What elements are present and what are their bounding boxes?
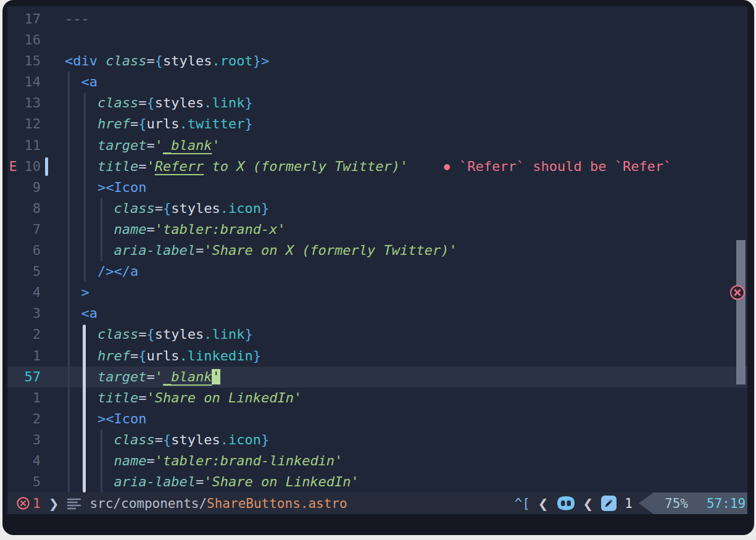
code-line[interactable]: 1 href={urls.linkedin} (7, 346, 747, 367)
line-number[interactable]: 1 (19, 346, 41, 367)
marker-column (41, 156, 65, 177)
code-line[interactable]: 15<div class={styles.root}> (7, 51, 747, 72)
sign-column (7, 198, 19, 219)
sign-column (7, 388, 19, 409)
line-number[interactable]: 4 (19, 451, 41, 471)
code-line[interactable]: E10 title='Referr to X (formerly Twitter… (7, 156, 747, 177)
powerline-segment: 75% 57:19 (639, 492, 747, 514)
code-line[interactable]: 57 target='_blank' (7, 367, 747, 388)
code-line[interactable]: 1 title='Share on LinkedIn' (7, 388, 747, 409)
line-number[interactable]: 5 (19, 261, 41, 282)
code-token: = (138, 390, 146, 405)
code-token: 'Share on LinkedIn' (204, 474, 359, 489)
code-token: = (138, 95, 146, 110)
code-text: ><Icon (65, 177, 146, 198)
line-number[interactable]: 4 (19, 282, 41, 303)
code-text: ><Icon (65, 409, 146, 430)
code-text: <div class={styles.root}> (65, 51, 269, 72)
code-line[interactable]: 4 > (7, 282, 747, 303)
code-token: aria-label (114, 474, 195, 489)
code-token: = (155, 201, 163, 216)
error-sign: E (7, 156, 19, 177)
code-token: class (106, 53, 146, 69)
marker-column (41, 261, 65, 282)
code-line[interactable]: 8 class={styles.icon} (7, 198, 747, 219)
line-number[interactable]: 7 (19, 219, 41, 240)
scrollbar-thumb[interactable] (736, 240, 746, 384)
code-token: ' (212, 138, 220, 153)
code-line[interactable]: 14 <a (7, 72, 747, 93)
line-number[interactable]: 11 (19, 135, 41, 156)
code-line[interactable]: 9 ><Icon (7, 177, 747, 198)
marker-column (41, 135, 65, 156)
cursor-position: 57:19 (707, 496, 746, 511)
marker-column (41, 219, 65, 240)
error-count-badge: 1 (16, 496, 41, 511)
code-text: /></a (65, 261, 138, 282)
marker-column (41, 430, 65, 451)
sign-column (7, 367, 19, 388)
code-token: class (114, 201, 154, 216)
code-line[interactable]: 7 name='tabler:brand-x' (7, 219, 747, 240)
line-number[interactable]: 14 (19, 72, 41, 93)
line-number[interactable]: 3 (19, 430, 41, 451)
code-line[interactable]: 12 href={urls.twitter} (7, 114, 747, 135)
edit-badge (601, 496, 617, 511)
code-token: styles (155, 95, 204, 110)
code-token: title (98, 159, 138, 174)
line-number[interactable]: 15 (19, 51, 41, 72)
code-line[interactable]: 17--- (7, 9, 747, 30)
line-number[interactable]: 10 (19, 156, 41, 177)
indent-guide (84, 93, 86, 282)
code-line[interactable]: 16 (7, 30, 747, 51)
code-line[interactable]: 5 /></a (7, 261, 747, 282)
code-token: ><Icon (98, 411, 146, 426)
file-name: ShareButtons.astro (207, 496, 347, 511)
sign-column (7, 30, 19, 51)
code-token: ' (400, 159, 408, 174)
code-line[interactable]: 6 aria-label='Share on X (formerly Twitt… (7, 240, 747, 261)
sign-column (7, 9, 19, 30)
code-line[interactable]: 3 class={styles.icon} (7, 430, 747, 451)
code-token: = (138, 159, 146, 174)
code-line[interactable]: 5 aria-label='Share on LinkedIn' (7, 471, 747, 492)
marker-column (41, 324, 65, 345)
marker-column (41, 388, 65, 409)
line-number[interactable]: 5 (19, 471, 41, 492)
line-number[interactable]: 9 (19, 177, 41, 198)
line-number[interactable]: 16 (19, 30, 41, 51)
line-number[interactable]: 2 (19, 324, 41, 345)
line-number[interactable]: 17 (19, 9, 41, 30)
code-token: { (146, 95, 154, 110)
code-token: } (244, 116, 252, 131)
sign-column (7, 430, 19, 451)
line-number[interactable]: 6 (19, 240, 41, 261)
code-line[interactable]: 11 target='_blank' (7, 135, 747, 156)
code-token: { (146, 326, 154, 342)
line-number[interactable]: 12 (19, 114, 41, 135)
code-editor[interactable]: 17---1615<div class={styles.root}>14 <a1… (7, 6, 747, 514)
code-token: <a (81, 74, 98, 89)
code-token: } (261, 201, 269, 216)
code-line[interactable]: 2 class={styles.link} (7, 324, 747, 345)
line-number[interactable]: 2 (19, 409, 41, 430)
code-text: class={styles.link} (65, 93, 253, 114)
code-token: = (155, 432, 163, 447)
line-number[interactable]: 3 (19, 303, 41, 324)
code-line[interactable]: 13 class={styles.link} (7, 93, 747, 114)
code-token: > (261, 53, 269, 69)
code-line[interactable]: 4 name='tabler:brand-linkedin' (7, 451, 747, 471)
error-circle-icon (16, 496, 30, 510)
code-line[interactable]: 2 ><Icon (7, 409, 747, 430)
line-number[interactable]: 1 (19, 388, 41, 409)
line-number[interactable]: 13 (19, 93, 41, 114)
code-line[interactable]: 3 <a (7, 303, 747, 324)
line-number[interactable]: 57 (19, 367, 41, 388)
copilot-icon[interactable] (557, 496, 575, 512)
sign-column (7, 282, 19, 303)
code-token: 'Share on X (formerly Twitter)' (204, 243, 457, 258)
code-token: class (98, 326, 138, 342)
line-number[interactable]: 8 (19, 198, 41, 219)
marker-column (41, 9, 65, 30)
scrollbar-error-icon[interactable] (730, 285, 745, 300)
